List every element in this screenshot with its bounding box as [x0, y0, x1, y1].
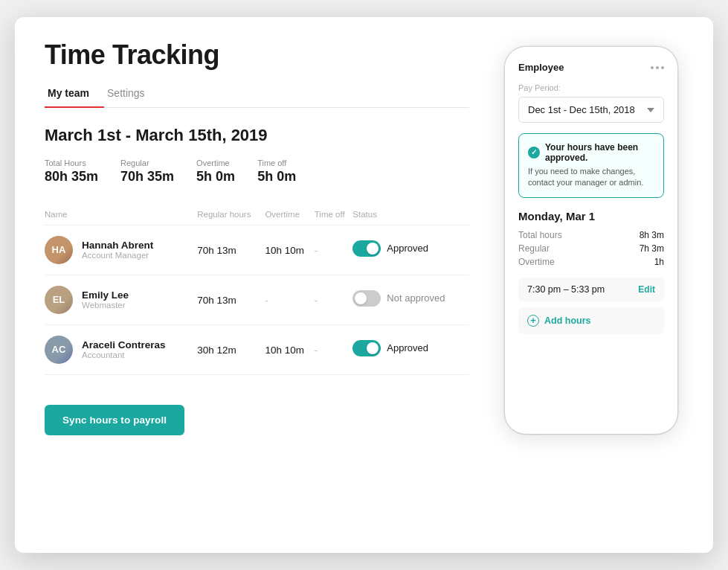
day-stat-label: Total hours — [518, 230, 562, 240]
regular-label: Regular — [120, 158, 174, 167]
col-regular: Regular hours — [197, 205, 265, 225]
day-header: Monday, Mar 1 — [518, 210, 664, 222]
three-dots-menu[interactable] — [651, 66, 664, 69]
day-stat-row: Regular 7h 3m — [518, 243, 664, 254]
overtime-value: 10h 10m — [265, 245, 304, 256]
time-off-value: - — [315, 345, 318, 356]
emp-name: Hannah Abrent — [82, 240, 153, 251]
emp-name: Emily Lee — [82, 289, 129, 301]
time-off-cell: - — [315, 324, 353, 374]
total-hours-label: Total Hours — [45, 158, 98, 167]
day-stat-label: Overtime — [518, 257, 555, 267]
pay-period-value: Dec 1st - Dec 15th, 2018 — [528, 104, 635, 115]
summary-overtime: Overtime 5h 0m — [196, 158, 235, 185]
toggle-track[interactable] — [352, 340, 381, 356]
mobile-mockup: Employee Pay Period: Dec 1st - Dec 15th,… — [505, 47, 677, 434]
summary-time-off: Time off 5h 0m — [257, 158, 296, 185]
overtime-label: Overtime — [196, 158, 235, 167]
overtime-value: 10h 10m — [265, 345, 304, 356]
tab-settings[interactable]: Settings — [104, 81, 160, 108]
table-row: HA Hannah Abrent Account Manager 70h 13m… — [45, 225, 469, 275]
employee-cell-1: EL Emily Lee Webmaster — [45, 275, 197, 324]
status-cell: Not approved — [352, 275, 469, 324]
team-table: Name Regular hours Overtime Time off Sta… — [45, 205, 469, 375]
status-toggle[interactable]: Approved — [352, 340, 428, 356]
chevron-down-icon — [647, 108, 654, 112]
regular-cell: 70h 13m — [197, 275, 265, 324]
check-circle-icon: ✓ — [528, 147, 540, 158]
toggle-thumb — [355, 292, 367, 304]
regular-cell: 70h 13m — [197, 225, 265, 275]
status-toggle[interactable]: Not approved — [352, 290, 445, 307]
avatar: EL — [45, 286, 73, 314]
day-stat-row: Total hours 8h 3m — [518, 230, 664, 240]
approved-header: ✓ Your hours have been approved. — [528, 142, 654, 163]
tab-my-team[interactable]: My team — [45, 81, 104, 108]
col-status: Status — [352, 205, 469, 225]
day-stat-value: 1h — [654, 257, 664, 267]
regular-value: 70h 13m — [197, 295, 236, 306]
time-off-value: - — [315, 245, 318, 256]
table-row: AC Araceli Contreras Accountant 30h 12m1… — [45, 324, 469, 374]
day-stat-label: Regular — [518, 243, 550, 254]
col-overtime: Overtime — [265, 205, 314, 225]
avatar: AC — [45, 336, 73, 364]
status-label: Not approved — [387, 292, 445, 304]
time-off-label: Time off — [257, 158, 296, 167]
check-mark: ✓ — [531, 149, 537, 156]
dot-3 — [661, 66, 664, 69]
toggle-track[interactable] — [352, 240, 381, 257]
approved-title: Your hours have been approved. — [545, 142, 654, 163]
status-label: Approved — [387, 342, 428, 353]
overtime-cell: - — [265, 275, 314, 324]
employee-cell-2: AC Araceli Contreras Accountant — [45, 324, 197, 374]
summary-total-hours: Total Hours 80h 35m — [45, 158, 98, 185]
left-panel: Time Tracking My team Settings March 1st… — [45, 39, 469, 523]
regular-cell: 30h 12m — [197, 324, 265, 374]
avatar: HA — [45, 236, 73, 264]
employee-cell-0: HA Hannah Abrent Account Manager — [45, 225, 197, 275]
page-title: Time Tracking — [45, 39, 469, 71]
browser-window: Time Tracking My team Settings March 1st… — [15, 17, 713, 553]
add-icon: + — [527, 315, 539, 327]
emp-role: Webmaster — [82, 301, 129, 310]
table-row: EL Emily Lee Webmaster 70h 13m-- Not app… — [45, 275, 469, 324]
mobile-section-title: Employee — [518, 62, 564, 73]
status-cell: Approved — [352, 324, 469, 374]
right-panel: Employee Pay Period: Dec 1st - Dec 15th,… — [499, 39, 683, 523]
day-stats: Total hours 8h 3m Regular 7h 3m Overtime… — [518, 230, 664, 267]
day-stat-value: 8h 3m — [640, 230, 664, 240]
dot-2 — [656, 66, 659, 69]
toggle-thumb — [367, 243, 379, 254]
overtime-cell: 10h 10m — [265, 324, 314, 374]
pay-period-dropdown[interactable]: Dec 1st - Dec 15th, 2018 — [518, 97, 664, 123]
overtime-dash: - — [265, 295, 268, 306]
col-name: Name — [45, 205, 197, 225]
day-stat-row: Overtime 1h — [518, 257, 664, 267]
dot-1 — [651, 66, 654, 69]
toggle-track[interactable] — [352, 290, 381, 307]
status-toggle[interactable]: Approved — [352, 240, 428, 257]
add-hours-button[interactable]: + Add hours — [518, 307, 664, 334]
add-hours-label: Add hours — [544, 316, 591, 326]
mobile-header: Employee — [518, 62, 664, 73]
regular-value: 70h 13m — [197, 245, 236, 256]
sync-button[interactable]: Sync hours to payroll — [45, 405, 184, 435]
regular-value: 70h 35m — [120, 169, 174, 185]
edit-link[interactable]: Edit — [638, 284, 655, 295]
time-range: 7:30 pm – 5:33 pm — [527, 284, 605, 295]
time-off-value: 5h 0m — [257, 169, 296, 185]
day-stat-value: 7h 3m — [640, 243, 664, 254]
status-label: Approved — [387, 243, 428, 254]
time-off-cell: - — [315, 275, 353, 324]
emp-role: Account Manager — [82, 251, 153, 260]
time-entry: 7:30 pm – 5:33 pm Edit — [518, 278, 664, 301]
summary-row: Total Hours 80h 35m Regular 70h 35m Over… — [45, 158, 469, 185]
date-range: March 1st - March 15th, 2019 — [45, 126, 469, 145]
approved-sub: If you need to make changes, contact you… — [528, 166, 654, 189]
approved-box: ✓ Your hours have been approved. If you … — [518, 133, 664, 198]
status-cell: Approved — [352, 225, 469, 275]
tabs: My team Settings — [45, 81, 469, 108]
overtime-value: 5h 0m — [196, 169, 235, 185]
overtime-cell: 10h 10m — [265, 225, 314, 275]
